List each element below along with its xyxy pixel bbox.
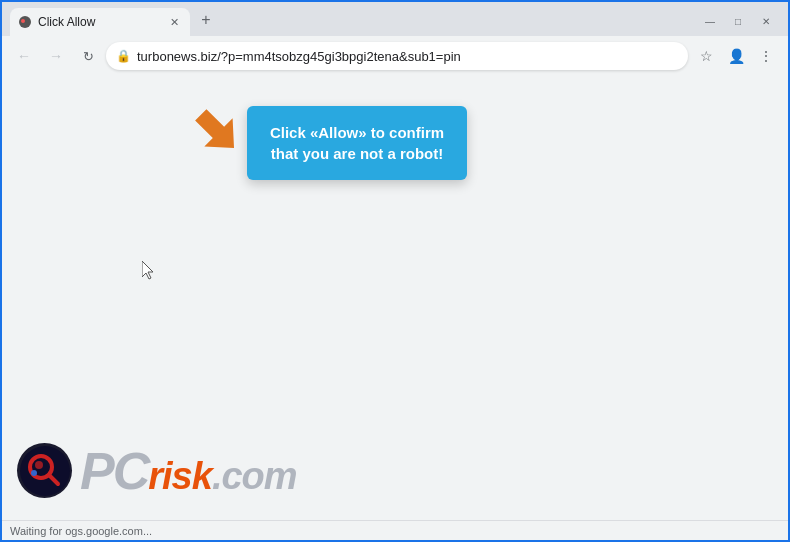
arrow-icon (192, 101, 252, 171)
back-button[interactable]: ← (10, 42, 38, 70)
tab-favicon (18, 15, 32, 29)
profile-button[interactable]: 👤 (722, 42, 750, 70)
minimize-button[interactable]: — (696, 10, 724, 32)
refresh-button[interactable]: ↻ (74, 42, 102, 70)
status-text: Waiting for ogs.google.com... (10, 525, 152, 537)
svg-point-0 (19, 16, 31, 28)
address-input[interactable]: 🔒 turbonews.biz/?p=mm4tsobzg45gi3bpgi2te… (106, 42, 688, 70)
balloon-text: Click «Allow» to confirm that you are no… (270, 124, 444, 162)
arrow-container (192, 101, 252, 175)
svg-point-1 (21, 19, 25, 23)
svg-point-6 (35, 461, 43, 469)
tab-title: Click Allow (38, 15, 160, 29)
address-bar-area: ← → ↻ 🔒 turbonews.biz/?p=mm4tsobzg45gi3b… (2, 36, 788, 76)
new-tab-button[interactable]: + (194, 8, 218, 32)
address-right-icons: ☆ 👤 ⋮ (692, 42, 780, 70)
pcrisk-logo-icon (17, 443, 72, 498)
chrome-browser-window: Click Allow ✕ + — □ ✕ ← → ↻ 🔒 turbonews.… (2, 2, 788, 540)
pc-text: PC (80, 445, 148, 497)
active-tab[interactable]: Click Allow ✕ (10, 8, 190, 36)
title-bar: Click Allow ✕ + — □ ✕ (2, 2, 788, 36)
mouse-cursor (142, 261, 158, 281)
svg-marker-3 (192, 101, 248, 162)
pcrisk-watermark: PC risk .com (17, 443, 297, 498)
tab-close-button[interactable]: ✕ (166, 14, 182, 30)
svg-point-4 (20, 446, 70, 496)
notification-popup: Click «Allow» to confirm that you are no… (192, 106, 467, 180)
menu-button[interactable]: ⋮ (752, 42, 780, 70)
tabs-area: Click Allow ✕ + (2, 8, 688, 36)
window-close-button[interactable]: ✕ (752, 10, 780, 32)
url-text: turbonews.biz/?p=mm4tsobzg45gi3bpgi2tena… (137, 49, 678, 64)
bookmark-button[interactable]: ☆ (692, 42, 720, 70)
status-bar: Waiting for ogs.google.com... (2, 520, 788, 540)
window-controls: — □ ✕ (688, 10, 788, 32)
balloon-box: Click «Allow» to confirm that you are no… (247, 106, 467, 180)
dotcom-text: .com (212, 457, 297, 495)
svg-point-7 (31, 470, 37, 476)
forward-button[interactable]: → (42, 42, 70, 70)
risk-text: risk (148, 457, 212, 495)
maximize-button[interactable]: □ (724, 10, 752, 32)
svg-point-2 (26, 20, 29, 23)
page-content: Click «Allow» to confirm that you are no… (2, 76, 788, 520)
lock-icon: 🔒 (116, 49, 131, 63)
pcrisk-text: PC risk .com (80, 445, 297, 497)
